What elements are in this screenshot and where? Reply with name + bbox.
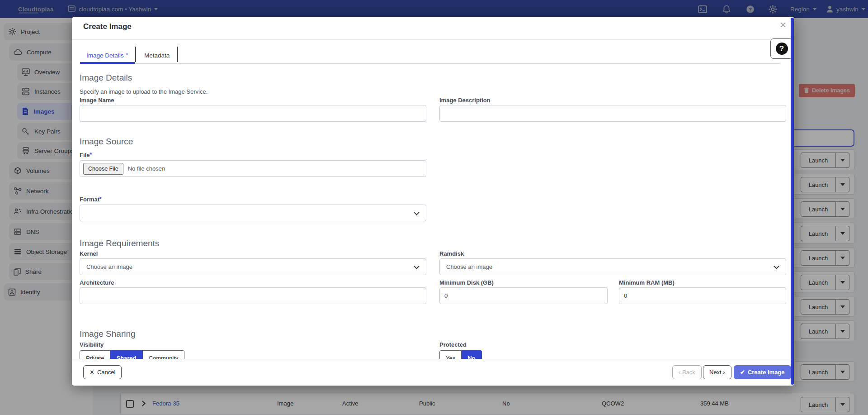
section-heading-image-sharing: Image Sharing <box>80 329 136 339</box>
modal-title: Create Image <box>83 22 132 31</box>
chevron-down-icon <box>774 263 779 269</box>
required-asterisk: * <box>126 52 128 58</box>
tab-label: Image Details <box>86 52 124 59</box>
cancel-label: Cancel <box>97 369 115 376</box>
tab-separator <box>177 47 178 62</box>
format-label: Format* <box>80 196 102 203</box>
architecture-input[interactable] <box>80 287 426 304</box>
close-icon[interactable]: × <box>780 19 786 30</box>
section-heading-image-details: Image Details <box>80 73 132 83</box>
ramdisk-label: Ramdisk <box>439 250 464 257</box>
header-divider <box>72 39 794 40</box>
min-disk-label: Minimum Disk (GB) <box>439 279 494 286</box>
create-image-label: Create Image <box>748 369 785 376</box>
create-image-modal: Create Image × Image Details * Metadata … <box>72 17 794 386</box>
cancel-button[interactable]: ✕ Cancel <box>83 365 122 379</box>
section-heading-image-source: Image Source <box>80 137 133 147</box>
chevron-down-icon <box>414 210 420 215</box>
visibility-label: Visibility <box>80 341 104 348</box>
modal-footer: ✕ Cancel ‹ Back Next › ✔ Create Image <box>72 359 794 386</box>
tab-baseline <box>80 63 780 64</box>
file-input[interactable]: Choose File No file chosen <box>80 160 426 177</box>
tab-metadata[interactable]: Metadata <box>144 48 170 62</box>
protected-label: Protected <box>439 341 467 348</box>
min-disk-input[interactable] <box>439 287 608 304</box>
image-name-label: Image Name <box>80 97 114 104</box>
required-asterisk: * <box>99 196 102 202</box>
min-ram-input[interactable] <box>619 287 786 304</box>
next-button[interactable]: Next › <box>703 365 731 379</box>
tab-image-details[interactable]: Image Details * <box>86 48 128 62</box>
wizard-help-button[interactable]: ? <box>770 38 793 59</box>
tab-separator <box>135 47 136 62</box>
chevron-down-icon <box>414 263 420 269</box>
format-select[interactable] <box>80 205 426 221</box>
check-icon: ✔ <box>740 369 745 376</box>
required-asterisk: * <box>90 152 92 158</box>
section-subtitle: Specify an image to upload to the Image … <box>80 88 208 95</box>
kernel-label: Kernel <box>80 250 98 257</box>
back-button[interactable]: ‹ Back <box>672 365 702 379</box>
image-name-input[interactable] <box>80 105 426 122</box>
create-image-button[interactable]: ✔ Create Image <box>734 365 791 379</box>
active-tab-underline <box>80 62 135 64</box>
kernel-select-value: Choose an image <box>86 263 132 270</box>
kernel-select[interactable]: Choose an image <box>80 258 426 275</box>
tab-label: Metadata <box>144 52 170 59</box>
app-root: Cloudtopiaa cloudtopiaa.com • Yashwin ? … <box>0 0 868 415</box>
image-description-input[interactable] <box>439 105 786 122</box>
choose-file-button[interactable]: Choose File <box>83 163 123 175</box>
ramdisk-select[interactable]: Choose an image <box>439 258 786 275</box>
image-description-label: Image Description <box>439 97 491 104</box>
file-label: File* <box>80 152 92 158</box>
no-file-chosen-text: No file chosen <box>128 165 165 172</box>
help-icon: ? <box>776 43 788 55</box>
section-heading-image-requirements: Image Requirements <box>80 239 159 248</box>
modal-scrollbar[interactable] <box>791 18 794 385</box>
ramdisk-select-value: Choose an image <box>446 263 492 270</box>
x-icon: ✕ <box>90 369 94 376</box>
architecture-label: Architecture <box>80 279 114 286</box>
min-ram-label: Minimum RAM (MB) <box>619 279 675 286</box>
